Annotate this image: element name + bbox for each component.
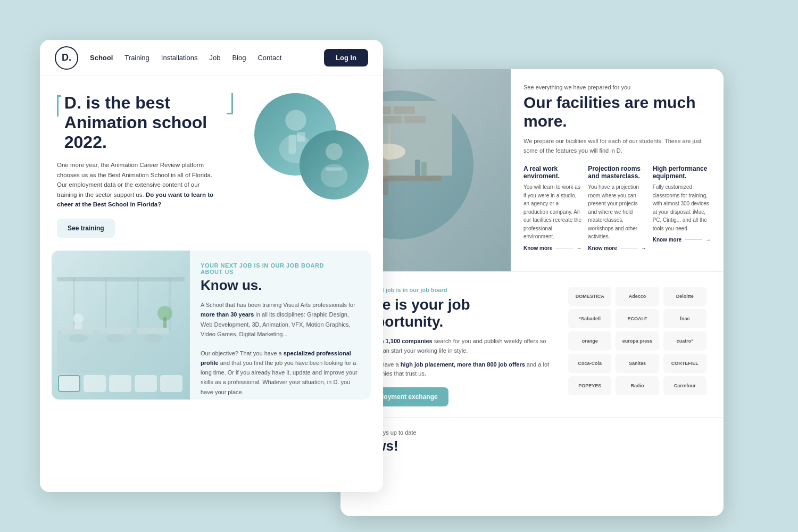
- company-logo-adecco: Adecco: [616, 287, 659, 306]
- svg-point-18: [143, 334, 162, 343]
- know-more-line-3: [685, 239, 702, 240]
- nav-job[interactable]: Job: [209, 54, 220, 62]
- svg-rect-29: [380, 116, 402, 123]
- about-image: [52, 251, 190, 400]
- nav-contact[interactable]: Contact: [257, 54, 281, 62]
- thumbnail-row: [52, 370, 190, 400]
- news-title: News!: [358, 438, 706, 454]
- facilities-section: See everything we have prepared for you …: [340, 69, 724, 271]
- svg-rect-10: [105, 277, 107, 330]
- facility-card-3-desc: Fully customized classrooms for training…: [653, 183, 711, 232]
- about-section: Your next job is in our job board About …: [52, 251, 371, 400]
- svg-rect-6: [326, 167, 343, 170]
- facility-title: Our facilities are much more.: [523, 94, 711, 130]
- facility-content: See everything we have prepared for you …: [511, 69, 724, 271]
- company-logo-cuatro: cuatro°: [663, 331, 706, 351]
- nav-training[interactable]: Training: [124, 54, 149, 62]
- about-content: Your next job is in our job board About …: [190, 251, 371, 400]
- company-logo-sanitas: Sanitas: [616, 354, 659, 373]
- svg-rect-8: [57, 277, 185, 281]
- company-logo-cocacola: Coca-Cola: [568, 354, 611, 373]
- facility-card-1: A real work enviroment. You will learn t…: [523, 165, 581, 251]
- job-title: Here is your job opportunity.: [358, 296, 552, 330]
- company-logo-cortefiel: CORTEFIEL: [663, 354, 706, 373]
- thumbnail-1[interactable]: [58, 375, 80, 392]
- job-description-1: More than 1,100 companies search for you…: [358, 337, 552, 355]
- see-training-button[interactable]: See training: [57, 219, 115, 238]
- navigation: D. School Training Installations Job Blo…: [40, 40, 383, 76]
- svg-point-20: [157, 306, 172, 321]
- company-logo-popeyes: POPEYES: [568, 376, 611, 395]
- job-section: Your next job is in our job board Here i…: [340, 271, 724, 417]
- know-more-line-1: [555, 248, 573, 248]
- company-logo-deloitte: Deloitte: [663, 287, 706, 306]
- know-more-1[interactable]: Know more →: [523, 245, 581, 251]
- company-logos-grid: DOMÉSTICA Adecco Deloitte °Sabadell ECOA…: [568, 287, 706, 406]
- nav-blog[interactable]: Blog: [232, 54, 246, 62]
- hero-section: D. is the best Animation school 2022. On…: [40, 76, 383, 238]
- svg-point-4: [326, 143, 343, 160]
- job-description-2: At D. we have a high job placement, more…: [358, 360, 552, 379]
- svg-point-21: [73, 313, 84, 324]
- job-left: Your next job is in our job board Here i…: [358, 287, 552, 406]
- about-label-text: About us: [201, 269, 361, 275]
- svg-rect-36: [415, 160, 420, 176]
- facility-card-3-title: High performance equipment.: [653, 165, 711, 180]
- hero-image-2: [300, 130, 369, 200]
- logo[interactable]: D.: [55, 46, 78, 70]
- svg-rect-2: [288, 135, 296, 154]
- know-more-2[interactable]: Know more →: [588, 245, 646, 251]
- bracket-right-decoration: [227, 93, 233, 114]
- about-title: Know us.: [201, 277, 361, 294]
- company-logo-europapress: europa press: [616, 331, 659, 351]
- hero-images: [244, 93, 366, 210]
- company-logo-sabadell: °Sabadell: [568, 309, 611, 328]
- thumbnail-2[interactable]: [84, 375, 106, 392]
- hero-title: D. is the best Animation school 2022.: [64, 93, 223, 152]
- news-section: D. is always up to date News!: [340, 417, 724, 454]
- thumbnail-4[interactable]: [135, 375, 157, 392]
- svg-point-17: [106, 334, 125, 343]
- about-description: A School that has been training Visual A…: [201, 300, 361, 396]
- svg-rect-30: [404, 116, 426, 123]
- facility-description: We prepare our facilities well for each …: [523, 137, 711, 155]
- facility-subtitle: See everything we have prepared for you: [523, 84, 711, 90]
- svg-rect-3: [296, 132, 305, 142]
- svg-rect-12: [169, 277, 171, 330]
- svg-point-16: [69, 334, 88, 343]
- svg-point-0: [285, 110, 306, 131]
- know-more-line-2: [620, 248, 638, 248]
- nav-school[interactable]: School: [90, 54, 113, 62]
- thumbnail-5[interactable]: [160, 375, 182, 392]
- company-logo-fnac: fnac: [663, 309, 706, 328]
- about-label: Your next job is in our job board: [201, 262, 361, 269]
- hero-bracket: D. is the best Animation school 2022.: [57, 93, 233, 152]
- nav-installations[interactable]: Installations: [161, 54, 198, 62]
- thumbnail-3[interactable]: [109, 375, 131, 392]
- facility-cards: A real work enviroment. You will learn t…: [523, 165, 711, 251]
- svg-rect-15: [137, 328, 169, 334]
- bracket-left-decoration: [57, 95, 61, 117]
- facility-card-1-title: A real work enviroment.: [523, 165, 581, 180]
- facility-card-1-desc: You will learn to work as if you were in…: [523, 183, 581, 241]
- login-button[interactable]: Log In: [324, 49, 368, 66]
- news-label: D. is always up to date: [358, 429, 706, 436]
- svg-rect-27: [394, 106, 415, 114]
- company-logo-ecoalf: ECOALF: [616, 309, 659, 328]
- facility-card-3: High performance equipment. Fully custom…: [653, 165, 711, 251]
- svg-rect-22: [74, 324, 82, 329]
- company-logo-domestika: DOMÉSTICA: [568, 287, 611, 306]
- company-logo-orange: orange: [568, 331, 611, 351]
- right-window: See everything we have prepared for you …: [340, 69, 724, 516]
- job-label: Your next job is in our job board: [358, 287, 552, 293]
- company-logo-radio: Radio: [616, 376, 659, 395]
- svg-rect-37: [421, 162, 427, 176]
- hero-description: One more year, the Animation Career Revi…: [57, 160, 217, 209]
- hero-text: D. is the best Animation school 2022. On…: [57, 93, 233, 238]
- facility-card-2-title: Projection rooms and masterclass.: [588, 165, 646, 180]
- facility-card-2-desc: You have a projection room where you can…: [588, 183, 646, 241]
- know-more-3[interactable]: Know more →: [653, 237, 711, 243]
- svg-rect-14: [99, 328, 131, 334]
- svg-rect-11: [137, 277, 139, 330]
- facility-card-2: Projection rooms and masterclass. You ha…: [588, 165, 646, 251]
